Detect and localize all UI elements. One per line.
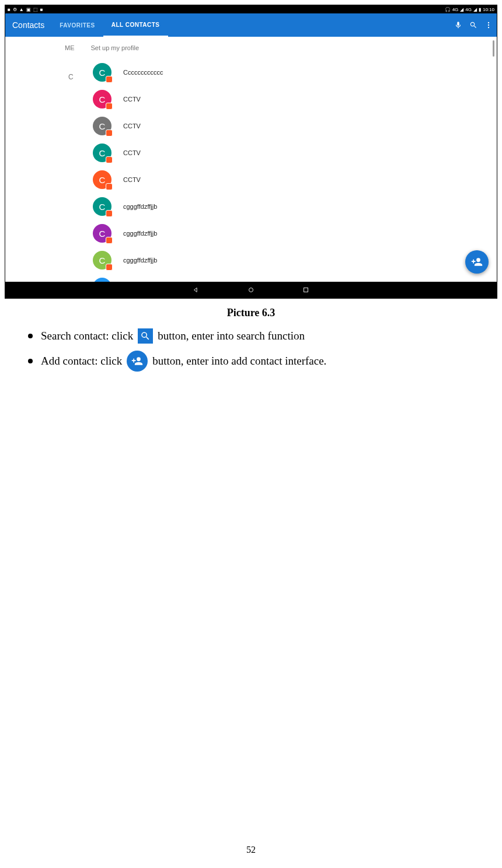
notification-icon: ▲ [19,7,24,12]
bullet-text: button, enter into search function [158,330,305,342]
svg-point-3 [249,288,253,292]
contacts-screenshot: ■ ⚙ ▲ ▣ ⬚ ■ 🎧 4G ◢ 4G ◢ ▮ 10:10 Contacts… [5,5,497,299]
add-contact-fab[interactable] [465,250,489,274]
notification-icon: ■ [8,7,11,12]
sim-badge-icon [106,264,113,271]
home-icon[interactable] [247,286,255,294]
contact-avatar: C [93,170,111,189]
bullet-add: Add contact: click button, enter into ad… [28,351,484,372]
notification-icon: ■ [40,7,43,12]
scroll-indicator[interactable] [493,40,494,57]
svg-point-1 [488,24,489,26]
back-icon[interactable] [192,286,200,294]
contact-name: Cccccccccccc [123,69,163,76]
search-icon[interactable] [469,20,478,30]
contact-name: CCTV [123,123,141,130]
section-letter: C [68,73,74,81]
figure-caption: Picture 6.3 [0,307,502,319]
contact-name: cgggffdzffjjb [123,203,157,210]
svg-rect-4 [304,288,308,292]
contact-name: CCTV [123,149,141,156]
notification-icon: ⚙ [13,7,17,12]
mic-icon[interactable] [454,20,463,30]
sim-badge-icon [106,183,113,190]
add-button-icon [127,351,148,372]
sim-badge-icon [106,130,113,136]
bullet-text: Search contact: click [41,330,133,342]
sim-badge-icon [106,156,113,163]
signal-text: 4G [465,7,472,12]
bullet-dot-icon [28,359,33,363]
recents-icon[interactable] [302,286,310,294]
me-label: ME [65,44,75,51]
contact-avatar: C [93,117,111,135]
app-title: Contacts [5,20,51,30]
more-icon[interactable] [484,20,493,30]
tab-all-contacts[interactable]: ALL CONTACTS [103,13,168,37]
tab-favorites[interactable]: FAVORITES [51,13,103,37]
svg-point-2 [488,27,489,28]
battery-icon: ▮ [479,7,481,12]
contact-avatar: C [93,224,111,243]
search-button-icon [138,328,153,344]
bullet-search: Search contact: click button, enter into… [28,328,484,344]
nav-bar [5,282,497,298]
contact-row[interactable]: C CCTV [93,139,497,166]
contacts-content: ME Set up my profile C C Cccccccccccc C … [5,37,497,282]
contact-row[interactable]: C CCTV [93,166,497,193]
sim-badge-icon [106,210,113,217]
notification-icon: ▣ [26,7,31,12]
signal-icon: ◢ [473,7,477,12]
contact-avatar: C [93,251,111,270]
notification-icon: ⬚ [33,7,38,12]
contact-avatar: C [93,278,111,282]
document-body: Search contact: click button, enter into… [0,319,502,372]
page-number: 52 [0,845,502,855]
contact-name: CCTV [123,176,141,183]
contact-row[interactable]: C cgggffdzffjjb [93,274,497,282]
contact-row[interactable]: C cgggffdzffjjb [93,193,497,220]
sim-badge-icon [106,237,113,244]
contact-avatar: C [93,63,111,82]
contact-list: C Cccccccccccc C CCTV C CCTV C CCTV C CC… [5,59,497,282]
headphones-icon: 🎧 [445,7,451,12]
contact-row[interactable]: C cgggffdzffjjb [93,220,497,247]
contact-row[interactable]: C CCTV [93,113,497,139]
contact-avatar: C [93,197,111,216]
sim-badge-icon [106,103,113,110]
setup-profile-text: Set up my profile [91,44,140,51]
signal-text: 4G [452,7,459,12]
contact-avatar: C [93,144,111,162]
contact-name: cgggffdzffjjb [123,230,157,237]
contact-name: cgggffdzffjjb [123,257,157,264]
bullet-text: Add contact: click [41,355,122,368]
clock-text: 10:10 [483,7,494,12]
contact-row[interactable]: C CCTV [93,86,497,113]
app-bar: Contacts FAVORITES ALL CONTACTS [5,13,497,37]
svg-point-0 [488,22,489,23]
profile-row[interactable]: ME Set up my profile [5,37,497,59]
bullet-text: button, enter into add contact interface… [152,355,326,368]
status-bar: ■ ⚙ ▲ ▣ ⬚ ■ 🎧 4G ◢ 4G ◢ ▮ 10:10 [5,5,497,13]
contact-name: CCTV [123,96,141,103]
contact-row[interactable]: C cgggffdzffjjb [93,247,497,274]
sim-badge-icon [106,76,113,83]
contact-row[interactable]: C Cccccccccccc [93,59,497,86]
signal-icon: ◢ [460,7,463,12]
contact-avatar: C [93,90,111,108]
bullet-dot-icon [28,334,33,338]
